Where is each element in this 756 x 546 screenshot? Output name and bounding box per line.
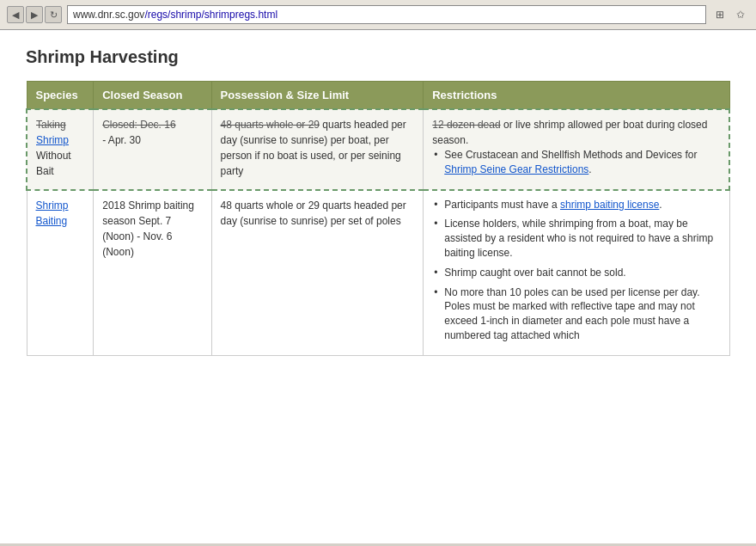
species-link-1[interactable]: Shrimp — [36, 134, 69, 146]
restrictions-cell-2: Participants must have a shrimp baiting … — [424, 190, 729, 356]
closed-strikethrough-1: Closed: Dec. 16 — [102, 119, 175, 131]
harvest-table: Species Closed Season Possession & Size … — [26, 81, 730, 356]
possession-strikethrough-1: 48 quarts whole or 29 — [221, 119, 320, 131]
browser-icons: ⊞ ✩ — [711, 6, 749, 23]
header-closed-season: Closed Season — [94, 82, 211, 110]
page-title: Shrimp Harvesting — [26, 47, 730, 67]
species-cell-2: Shrimp Baiting — [27, 190, 94, 356]
header-species: Species — [27, 82, 94, 110]
closed-season-cell-2: 2018 Shrimp baiting season Sept. 7 (Noon… — [94, 190, 211, 356]
restriction-item: License holders, while shrimping from a … — [432, 217, 720, 260]
forward-button[interactable]: ▶ — [26, 6, 43, 23]
table-row: Taking Shrimp WithoutBait Closed: Dec. 1… — [27, 109, 729, 190]
restriction-item: Shrimp caught over bait cannot be sold. — [432, 266, 720, 280]
star-icon[interactable]: ✩ — [732, 6, 749, 23]
browser-toolbar: ◀ ▶ ↻ www.dnr.sc.gov/regs/shrimp/shrimpr… — [0, 0, 756, 30]
restrictions-list-2: Participants must have a shrimp baiting … — [432, 198, 720, 343]
table-row: Shrimp Baiting 2018 Shrimp baiting seaso… — [27, 190, 729, 356]
restrictions-strikethrough-1: 12 dozen dead — [432, 119, 500, 131]
address-bar[interactable]: www.dnr.sc.gov/regs/shrimp/shrimpregs.ht… — [67, 5, 706, 24]
restriction-item: See Crustacean and Shellfish Methods and… — [432, 148, 720, 177]
species-link-2[interactable]: Shrimp Baiting — [36, 199, 69, 227]
back-button[interactable]: ◀ — [7, 6, 24, 23]
seine-gear-link[interactable]: Shrimp Seine Gear Restrictions — [444, 163, 588, 175]
closed-season-cell-1: Closed: Dec. 16 - Apr. 30 — [94, 109, 211, 190]
page-content: Shrimp Harvesting Species Closed Season … — [0, 30, 756, 543]
url-base: www.dnr.sc.gov — [73, 9, 144, 21]
search-icon[interactable]: ⊞ — [711, 6, 729, 23]
possession-cell-2: 48 quarts whole or 29 quarts headed per … — [211, 190, 424, 356]
table-header-row: Species Closed Season Possession & Size … — [27, 82, 729, 110]
refresh-button[interactable]: ↻ — [45, 6, 62, 23]
species-strikethrough-1: Taking — [36, 119, 66, 131]
header-restrictions: Restrictions — [424, 82, 729, 110]
baiting-license-link[interactable]: shrimp baiting license — [560, 199, 659, 211]
restriction-item: No more than 10 poles can be used per li… — [432, 285, 720, 343]
url-path: /regs/shrimp/shrimpregs.html — [144, 9, 277, 21]
header-possession: Possession & Size Limit — [211, 82, 424, 110]
species-cell-1: Taking Shrimp WithoutBait — [27, 109, 94, 190]
restriction-item: Participants must have a shrimp baiting … — [432, 198, 720, 212]
restrictions-cell-1: 12 dozen dead or live shrimp allowed per… — [424, 109, 729, 190]
restrictions-list-1: See Crustacean and Shellfish Methods and… — [432, 148, 720, 177]
possession-cell-1: 48 quarts whole or 29 quarts headed per … — [211, 109, 424, 190]
nav-buttons: ◀ ▶ ↻ — [7, 6, 62, 23]
